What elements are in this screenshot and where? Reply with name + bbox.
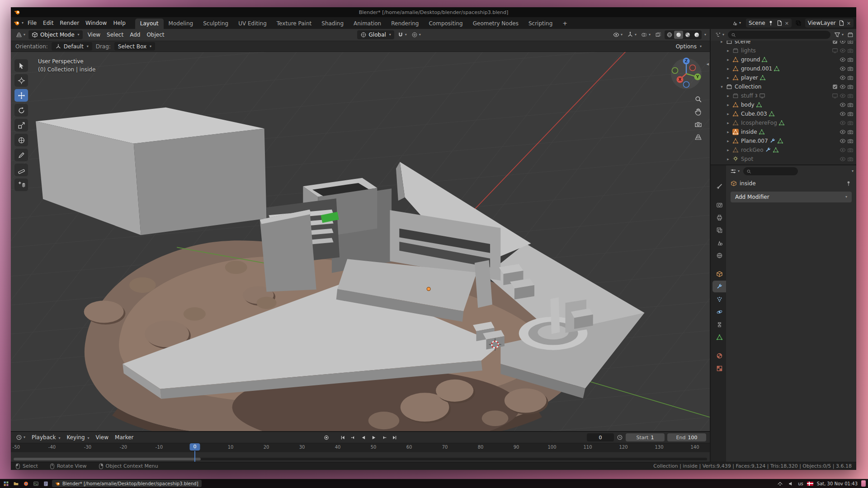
menu-edit[interactable]: Edit	[40, 19, 57, 27]
shading-rendered-button[interactable]	[692, 31, 701, 39]
outliner-row-Cube.003[interactable]: ▸Cube.003	[711, 109, 856, 118]
disclosure-triangle[interactable]: ▸	[725, 57, 731, 62]
outliner-row-lights[interactable]: ▸lights	[711, 46, 856, 55]
camera-icon[interactable]	[847, 84, 854, 90]
workspace-tab-texture-paint[interactable]: Texture Paint	[272, 19, 316, 29]
viewport-3d[interactable]: User Perspective (0) Collection | inside…	[11, 52, 710, 431]
tool-scale[interactable]	[14, 119, 28, 131]
workspace-tab-rendering[interactable]: Rendering	[386, 19, 424, 29]
outliner-row-Spot[interactable]: ▸Spot	[711, 155, 856, 164]
timeline-menu-playback[interactable]: Playback ▾	[28, 433, 63, 441]
camera-icon[interactable]	[847, 56, 854, 63]
scene-canvas[interactable]	[11, 52, 710, 431]
tool-measure[interactable]	[14, 164, 28, 176]
app-grid-icon[interactable]	[2, 480, 9, 487]
pan-hand-icon[interactable]	[694, 108, 702, 116]
timeline-scrollbar[interactable]	[14, 458, 707, 460]
outliner-row-Collection[interactable]: ▾Collection	[711, 82, 856, 91]
menu-help[interactable]: Help	[110, 19, 128, 27]
next-keyframe-button[interactable]	[380, 433, 389, 441]
properties-tab-render[interactable]	[712, 199, 726, 211]
outliner-row-rockGeo[interactable]: ▸rockGeo	[711, 145, 856, 155]
timeline-tracks[interactable]	[11, 452, 710, 462]
camera-icon[interactable]	[847, 66, 854, 72]
navigation-gizmo[interactable]: Z Y X	[668, 56, 704, 94]
properties-tab-data[interactable]	[712, 331, 726, 343]
disclosure-triangle[interactable]: ▸	[725, 48, 731, 53]
overlays-toggle[interactable]: ▾	[640, 32, 652, 38]
outliner-row-Plane.007[interactable]: ▸Plane.007	[711, 136, 856, 145]
eye-icon[interactable]	[840, 66, 846, 72]
add-workspace-button[interactable]: +	[558, 20, 571, 27]
properties-tab-tool[interactable]	[712, 180, 726, 192]
disclosure-triangle[interactable]: ▸	[725, 94, 731, 98]
frame-ruler[interactable]: -50-40-30-20-100102030405060708090100110…	[11, 443, 710, 452]
properties-tab-particles[interactable]	[712, 293, 726, 305]
jump-to-start-button[interactable]	[338, 433, 347, 441]
camera-icon[interactable]	[847, 138, 854, 144]
outliner-row-IcosphereFog[interactable]: ▸IcosphereFog	[711, 118, 856, 127]
outliner-row-stuff[interactable]: ▸stuff3	[711, 91, 856, 100]
files-icon[interactable]	[12, 480, 19, 487]
disclosure-triangle[interactable]: ▸	[725, 139, 731, 143]
camera-icon[interactable]	[847, 129, 854, 135]
browser-icon[interactable]	[22, 480, 29, 487]
outliner-search-input[interactable]	[728, 31, 830, 39]
camera-icon[interactable]	[847, 111, 854, 117]
tool-annotate[interactable]	[14, 149, 28, 161]
object-visibility-dropdown[interactable]: ▾	[612, 32, 624, 38]
start-frame-field[interactable]: Start1	[626, 433, 665, 441]
eye-icon[interactable]	[840, 111, 846, 117]
screen-icon[interactable]	[832, 47, 838, 54]
workspace-tab-scripting[interactable]: Scripting	[524, 19, 557, 29]
outliner-editor-type-button[interactable]: ▾	[713, 32, 726, 38]
eye-icon[interactable]	[840, 147, 846, 153]
outliner-row-ground.001[interactable]: ▸ground.001	[711, 64, 856, 73]
properties-editor-type-button[interactable]: ▾	[729, 168, 741, 174]
screen-icon[interactable]	[832, 93, 838, 99]
disclosure-triangle[interactable]: ▸	[725, 148, 731, 152]
outliner-row-player[interactable]: ▸player	[711, 73, 856, 82]
remove-viewlayer-icon[interactable]: ×	[847, 20, 851, 26]
volume-icon[interactable]	[787, 480, 794, 487]
disclosure-triangle[interactable]: ▸	[725, 157, 731, 161]
terminal-icon[interactable]	[32, 480, 39, 487]
workspace-tab-shading[interactable]: Shading	[316, 19, 349, 29]
disclosure-triangle[interactable]: ▾	[719, 84, 725, 89]
tool-transform[interactable]	[14, 134, 28, 146]
eye-icon[interactable]	[840, 75, 846, 81]
properties-tab-output[interactable]	[712, 211, 726, 223]
viewport-menu-object[interactable]: Object	[143, 31, 167, 39]
camera-icon[interactable]	[847, 120, 854, 126]
menu-render[interactable]: Render	[57, 19, 82, 27]
camera-icon[interactable]	[847, 47, 854, 54]
eye-icon[interactable]	[840, 138, 846, 144]
camera-icon[interactable]	[847, 147, 854, 153]
shading-solid-button[interactable]	[674, 31, 683, 39]
shading-material-button[interactable]	[683, 31, 692, 39]
blender-app-menu-icon[interactable]	[14, 20, 20, 26]
menu-window[interactable]: Window	[82, 19, 110, 27]
outliner-row-scene[interactable]: ▸scene	[711, 41, 856, 46]
properties-tab-world[interactable]	[712, 249, 726, 261]
new-collection-icon[interactable]	[847, 32, 854, 38]
workspace-tab-geometry-nodes[interactable]: Geometry Nodes	[468, 19, 524, 29]
add-modifier-button[interactable]: Add Modifier ▾	[731, 192, 852, 202]
tool-move[interactable]	[14, 89, 28, 102]
playhead-line[interactable]	[194, 451, 195, 462]
orientation-dropdown[interactable]: Default ▾	[52, 42, 92, 51]
camera-icon[interactable]	[847, 93, 854, 99]
workspace-tab-uv-editing[interactable]: UV Editing	[233, 19, 272, 29]
pin-icon[interactable]	[768, 20, 774, 26]
eye-icon[interactable]	[840, 156, 846, 162]
viewlayer-selector[interactable]: ViewLayer ×	[805, 19, 854, 28]
outliner-row-inside[interactable]: ▸inside	[711, 127, 856, 136]
properties-tab-texture[interactable]	[712, 362, 726, 374]
new-scene-icon[interactable]	[776, 20, 783, 26]
timeline-menu-marker[interactable]: Marker	[112, 433, 137, 441]
disclosure-triangle[interactable]: ▸	[725, 121, 731, 125]
taskbar-window-button[interactable]: Blender* [/home/amalie/Desktop/blender/s…	[52, 480, 202, 487]
tool-add-cube[interactable]	[14, 178, 28, 191]
disclosure-triangle[interactable]: ▸	[719, 41, 725, 44]
tool-rotate[interactable]	[14, 104, 28, 117]
